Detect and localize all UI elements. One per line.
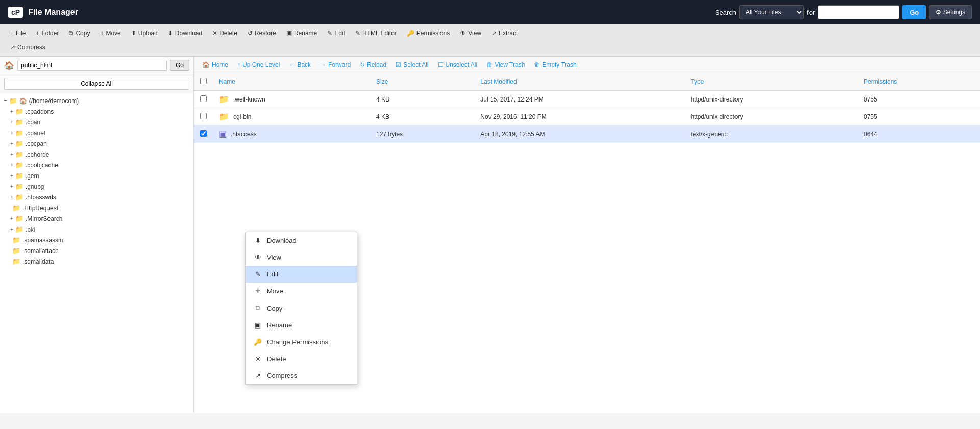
html-editor-button[interactable]: ✎ HTML Editor: [351, 28, 401, 39]
main-toolbar: + File + Folder ⧉ Copy + Move ⬆ Upload ⬇…: [0, 24, 980, 57]
tree-item-pki[interactable]: + 📁 .pki: [0, 224, 193, 235]
header-modified[interactable]: Last Modified: [474, 73, 684, 90]
unselect-all-button[interactable]: ☐ Unselect All: [435, 59, 481, 70]
file-button[interactable]: + File: [6, 28, 30, 39]
context-change-permissions[interactable]: 🔑 Change Permissions: [246, 334, 357, 350]
context-edit[interactable]: ✎ Edit: [246, 266, 357, 283]
forward-icon: →: [320, 61, 326, 68]
compress-button[interactable]: ↗ Compress: [6, 42, 50, 53]
table-row[interactable]: 📁 .well-known 4 KB Jul 15, 2017, 12:24 P…: [194, 90, 980, 108]
home-button[interactable]: 🏠 Home: [199, 59, 231, 70]
tree-item-cphorde[interactable]: + 📁 .cphorde: [0, 149, 193, 160]
back-button[interactable]: ← Back: [286, 59, 314, 70]
extract-button[interactable]: ↗ Extract: [487, 28, 522, 39]
context-move[interactable]: ✛ Move: [246, 283, 357, 299]
sidebar-go-button[interactable]: Go: [170, 60, 189, 71]
edit-icon: ✎: [327, 30, 332, 37]
row-checkbox-cell: [194, 108, 213, 125]
tree-item-cpaddons[interactable]: + 📁 .cpaddons: [0, 106, 193, 117]
html-editor-icon: ✎: [355, 30, 360, 37]
view-trash-button[interactable]: 🗑 View Trash: [483, 59, 528, 70]
tree-cpcpan-label: .cpcpan: [26, 140, 47, 147]
row-checkbox-wellknown[interactable]: [200, 95, 207, 102]
row-checkbox-cgibin[interactable]: [200, 113, 207, 119]
up-one-level-button[interactable]: ↑ Up One Level: [234, 59, 283, 70]
tree-item-cpan[interactable]: + 📁 .cpan: [0, 117, 193, 128]
folder-cpobjcache-icon: 📁: [15, 161, 23, 169]
tree-cpobjcache-label: .cpobjcache: [26, 162, 58, 169]
table-row[interactable]: ▣ .htaccess 127 bytes Apr 18, 2019, 12:5…: [194, 125, 980, 143]
context-download[interactable]: ⬇ Download: [246, 232, 357, 249]
forward-label: Forward: [328, 61, 351, 68]
collapse-all-button[interactable]: Collapse All: [4, 78, 189, 90]
header-size[interactable]: Size: [370, 73, 474, 90]
row-type-cgibin: httpd/unix-directory: [684, 108, 857, 125]
context-delete[interactable]: ✕ Delete: [246, 350, 357, 367]
search-label: Search: [715, 9, 736, 16]
header-bar: cP File Manager Search All Your Files Fi…: [0, 0, 980, 24]
expand-cpaddons-icon: +: [10, 109, 13, 114]
upload-button[interactable]: ⬆ Upload: [127, 28, 162, 39]
file-name-cgibin: cgi-bin: [233, 113, 251, 120]
download-toolbar-button[interactable]: ⬇ Download: [164, 28, 206, 39]
move-button[interactable]: + Move: [96, 28, 125, 39]
header-permissions[interactable]: Permissions: [857, 73, 980, 90]
tree-item-gem[interactable]: + 📁 .gem: [0, 170, 193, 181]
main-content: 🏠 Go Collapse All − 📁 🏠 (/home/democom) …: [0, 57, 980, 413]
context-compress[interactable]: ↗ Compress: [246, 367, 357, 384]
delete-toolbar-button[interactable]: ✕ Delete: [208, 28, 241, 39]
tree-item-sqmaildata[interactable]: 📁 .sqmaildata: [0, 256, 193, 267]
edit-toolbar-button[interactable]: ✎ Edit: [323, 28, 349, 39]
tree-item-cpcpan[interactable]: + 📁 .cpcpan: [0, 138, 193, 149]
compress-icon: ↗: [10, 44, 15, 51]
empty-trash-button[interactable]: 🗑 Empty Trash: [531, 59, 579, 70]
select-all-checkbox[interactable]: [200, 78, 207, 84]
row-perms-wellknown: 0755: [857, 90, 980, 108]
copy-toolbar-button[interactable]: ⧉ Copy: [65, 28, 94, 39]
rename-toolbar-button[interactable]: ▣ Rename: [282, 28, 321, 39]
tree-item-gnupg[interactable]: + 📁 .gnupg: [0, 181, 193, 192]
sidebar-path-input[interactable]: [17, 60, 167, 71]
search-go-button[interactable]: Go: [902, 5, 926, 19]
tree-item-httprequest[interactable]: 📁 .HttpRequest: [0, 203, 193, 213]
select-all-button[interactable]: ☑ Select All: [393, 59, 431, 70]
context-rename[interactable]: ▣ Rename: [246, 317, 357, 334]
ctx-view-icon: 👁: [254, 254, 262, 261]
search-scope-select[interactable]: All Your Files File Names Only File Cont…: [739, 5, 804, 19]
plus-icon: +: [10, 30, 14, 37]
row-checkbox-htaccess[interactable]: [200, 130, 207, 137]
tree-item-mirrorsearch[interactable]: + 📁 .MirrorSearch: [0, 213, 193, 224]
row-perms-htaccess: 0644: [857, 125, 980, 143]
forward-button[interactable]: → Forward: [317, 59, 354, 70]
permissions-toolbar-button[interactable]: 🔑 Permissions: [403, 28, 454, 39]
sidebar-home-icon[interactable]: 🏠: [4, 61, 14, 70]
home-icon: 🏠: [202, 61, 210, 68]
uncheckbox-icon: ☐: [438, 61, 444, 68]
back-label: Back: [297, 61, 311, 68]
permissions-toolbar-label: Permissions: [416, 30, 450, 37]
tree-item-spamassassin[interactable]: 📁 .spamassassin: [0, 235, 193, 245]
reload-button[interactable]: ↻ Reload: [357, 59, 389, 70]
file-name-wellknown: .well-known: [233, 96, 265, 103]
table-row[interactable]: 📁 cgi-bin 4 KB Nov 29, 2016, 11:20 PM ht…: [194, 108, 980, 125]
tree-item-cpanel[interactable]: + 📁 .cpanel: [0, 128, 193, 138]
view-toolbar-button[interactable]: 👁 View: [456, 28, 485, 39]
reload-label: Reload: [367, 61, 386, 68]
row-modified-htaccess: Apr 18, 2019, 12:55 AM: [474, 125, 684, 143]
folder-button[interactable]: + Folder: [32, 28, 63, 39]
tree-item-root[interactable]: − 📁 🏠 (/home/democom): [0, 95, 193, 106]
search-input[interactable]: [818, 5, 899, 19]
tree-sqmailattach-label: .sqmailattach: [22, 247, 59, 255]
context-view[interactable]: 👁 View: [246, 249, 357, 266]
tree-item-sqmailattach[interactable]: 📁 .sqmailattach: [0, 245, 193, 256]
settings-button[interactable]: ⚙ Settings: [929, 5, 972, 19]
trash-icon: 🗑: [486, 61, 493, 68]
header-name[interactable]: Name: [213, 73, 370, 90]
tree-item-htpasswds[interactable]: + 📁 .htpasswds: [0, 192, 193, 203]
tree-item-cpobjcache[interactable]: + 📁 .cpobjcache: [0, 160, 193, 170]
restore-button[interactable]: ↺ Restore: [243, 28, 280, 39]
context-copy[interactable]: ⧉ Copy: [246, 299, 357, 317]
delete-toolbar-label: Delete: [219, 30, 237, 37]
header-type[interactable]: Type: [684, 73, 857, 90]
tree-gnupg-label: .gnupg: [26, 183, 44, 190]
